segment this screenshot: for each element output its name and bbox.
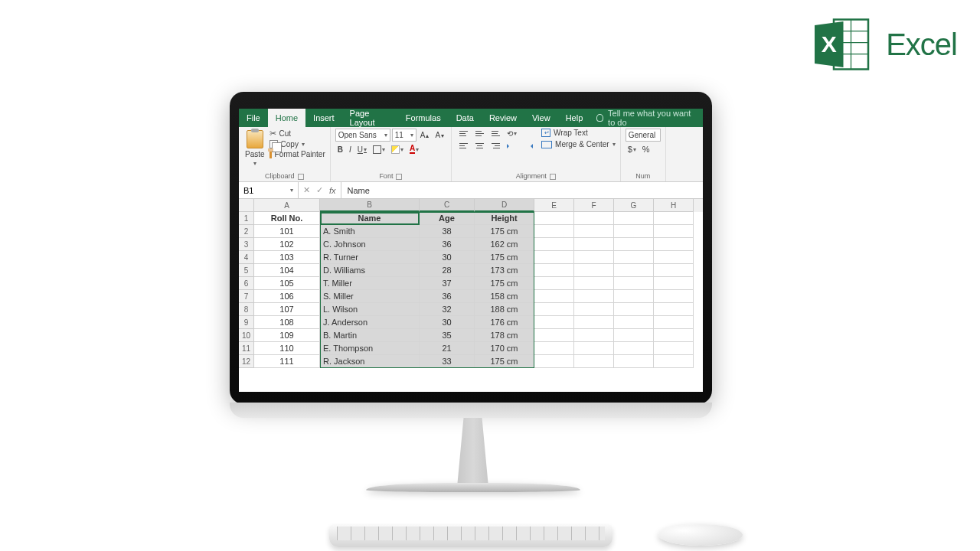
cell[interactable]: 175 cm — [475, 355, 534, 368]
increase-indent-button[interactable] — [521, 141, 535, 151]
cell[interactable]: D. Williams — [320, 264, 420, 277]
cell[interactable]: 36 — [420, 290, 475, 303]
row-header[interactable]: 9 — [239, 316, 254, 329]
column-header-b[interactable]: B — [320, 199, 420, 212]
cell[interactable] — [614, 251, 654, 264]
cell[interactable]: 110 — [254, 342, 320, 355]
cell[interactable] — [534, 355, 574, 368]
tab-formulas[interactable]: Formulas — [398, 109, 449, 127]
tab-view[interactable]: View — [524, 109, 558, 127]
column-header-g[interactable]: G — [614, 199, 654, 212]
cancel-formula-icon[interactable]: ✕ — [303, 185, 310, 195]
cell[interactable]: 188 cm — [475, 303, 534, 316]
cell[interactable]: Name — [320, 212, 420, 225]
row-header[interactable]: 8 — [239, 303, 254, 316]
cell[interactable] — [614, 303, 654, 316]
cell[interactable] — [574, 238, 614, 251]
orientation-button[interactable]: ⟲▾ — [505, 129, 519, 139]
cell[interactable] — [614, 238, 654, 251]
cell[interactable]: 109 — [254, 329, 320, 342]
cell[interactable]: 38 — [420, 225, 475, 238]
align-top-button[interactable] — [456, 129, 471, 139]
decrease-font-button[interactable]: A▾ — [433, 130, 446, 140]
column-header-d[interactable]: D — [475, 199, 534, 212]
cell[interactable] — [534, 225, 574, 238]
cell[interactable] — [614, 316, 654, 329]
cell[interactable]: B. Martin — [320, 329, 420, 342]
cell[interactable] — [534, 251, 574, 264]
cell[interactable] — [574, 290, 614, 303]
align-right-button[interactable] — [488, 141, 503, 151]
cell[interactable]: 173 cm — [475, 264, 534, 277]
cell[interactable]: 178 cm — [475, 329, 534, 342]
column-header-e[interactable]: E — [534, 199, 574, 212]
cell[interactable] — [654, 290, 694, 303]
cell[interactable]: 111 — [254, 355, 320, 368]
dialog-launcher-icon[interactable] — [550, 174, 556, 180]
cell[interactable] — [614, 264, 654, 277]
cell[interactable] — [654, 303, 694, 316]
cell[interactable]: R. Turner — [320, 251, 420, 264]
cell[interactable]: A. Smith — [320, 225, 420, 238]
formula-input[interactable]: Name — [341, 182, 703, 198]
row-header[interactable]: 3 — [239, 238, 254, 251]
cell[interactable]: 176 cm — [475, 316, 534, 329]
cell[interactable] — [534, 212, 574, 225]
cell[interactable] — [654, 355, 694, 368]
cell[interactable] — [534, 238, 574, 251]
row-header[interactable]: 12 — [239, 355, 254, 368]
cell[interactable]: 30 — [420, 251, 475, 264]
wrap-text-button[interactable]: Wrap Text — [541, 129, 616, 137]
cell[interactable]: 175 cm — [475, 277, 534, 290]
tab-data[interactable]: Data — [449, 109, 482, 127]
cell[interactable]: 37 — [420, 277, 475, 290]
decrease-indent-button[interactable] — [505, 141, 519, 151]
cells-area[interactable]: Roll No.NameAgeHeight101A. Smith38175 cm… — [254, 212, 703, 368]
row-header[interactable]: 1 — [239, 212, 254, 225]
cell[interactable]: 106 — [254, 290, 320, 303]
cell[interactable]: 104 — [254, 264, 320, 277]
name-box[interactable]: B1▾ — [239, 182, 299, 198]
cell[interactable]: R. Jackson — [320, 355, 420, 368]
cell[interactable]: Height — [475, 212, 534, 225]
cell[interactable]: 33 — [420, 355, 475, 368]
cell[interactable] — [574, 225, 614, 238]
cell[interactable]: 170 cm — [475, 342, 534, 355]
cell[interactable]: 162 cm — [475, 238, 534, 251]
align-center-button[interactable] — [472, 141, 487, 151]
cell[interactable]: 102 — [254, 238, 320, 251]
cell[interactable] — [654, 251, 694, 264]
tab-review[interactable]: Review — [482, 109, 524, 127]
cell[interactable]: 30 — [420, 316, 475, 329]
cell[interactable] — [654, 264, 694, 277]
font-name-combo[interactable]: Open Sans▾ — [335, 129, 390, 142]
row-header[interactable]: 2 — [239, 225, 254, 238]
cell[interactable] — [534, 329, 574, 342]
cell[interactable]: S. Miller — [320, 290, 420, 303]
cell[interactable] — [534, 342, 574, 355]
copy-button[interactable]: Copy▾ — [270, 140, 325, 148]
cell[interactable] — [614, 342, 654, 355]
cell[interactable] — [534, 277, 574, 290]
cell[interactable] — [654, 342, 694, 355]
cut-button[interactable]: ✂Cut — [270, 129, 325, 139]
cell[interactable] — [574, 212, 614, 225]
row-header[interactable]: 10 — [239, 329, 254, 342]
cell[interactable] — [654, 316, 694, 329]
cell[interactable] — [534, 264, 574, 277]
cell[interactable] — [614, 225, 654, 238]
cell[interactable]: Age — [420, 212, 475, 225]
cell[interactable] — [574, 303, 614, 316]
merge-center-button[interactable]: Merge & Center▾ — [541, 140, 616, 148]
cell[interactable] — [614, 290, 654, 303]
font-size-combo[interactable]: 11▾ — [392, 129, 416, 142]
cell[interactable]: 158 cm — [475, 290, 534, 303]
row-header[interactable]: 11 — [239, 342, 254, 355]
tell-me-search[interactable]: Tell me what you want to do — [590, 109, 703, 127]
cell[interactable]: 175 cm — [475, 225, 534, 238]
align-middle-button[interactable] — [472, 129, 487, 139]
cell[interactable]: 35 — [420, 329, 475, 342]
cell[interactable] — [654, 238, 694, 251]
percent-button[interactable] — [640, 144, 652, 155]
increase-font-button[interactable]: A▴ — [418, 130, 432, 140]
